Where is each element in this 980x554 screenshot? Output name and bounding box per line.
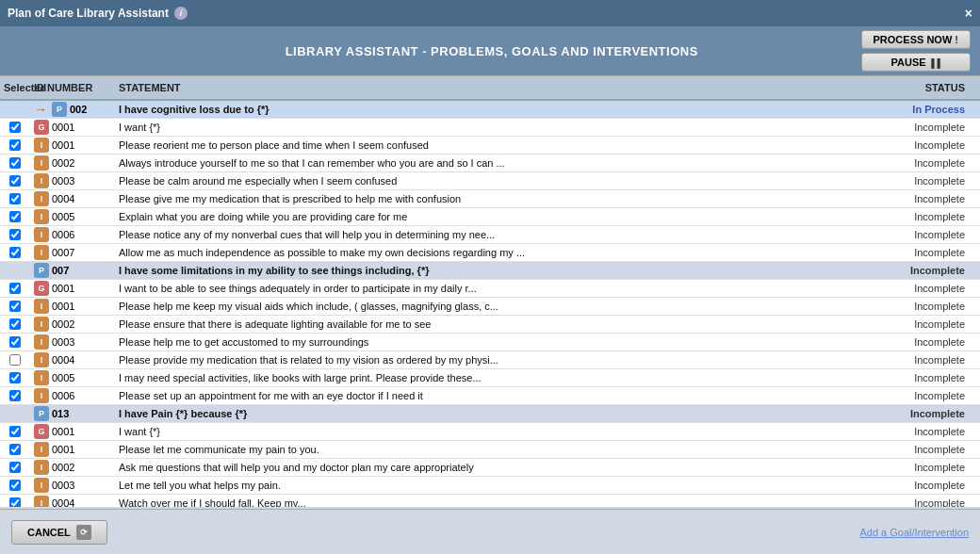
cell-check (0, 192, 30, 205)
cell-statement: I want to be able to see things adequate… (115, 282, 886, 295)
process-now-button[interactable]: PROCESS NOW (861, 30, 971, 49)
row-checkbox[interactable] (9, 193, 21, 204)
id-number: 0003 (52, 175, 74, 187)
cell-status: Incomplete (886, 174, 980, 187)
id-number: 002 (70, 104, 87, 115)
cell-check (0, 353, 30, 367)
row-checkbox[interactable] (9, 480, 21, 491)
row-checkbox[interactable] (9, 497, 21, 507)
add-goal-intervention-link[interactable]: Add a Goal/Intervention (859, 527, 969, 538)
cell-id: G0001 (30, 423, 115, 440)
row-checkbox[interactable] (9, 157, 21, 169)
cell-check (0, 335, 30, 349)
id-number: 0007 (52, 247, 74, 258)
cell-status: Incomplete (886, 461, 980, 474)
cell-statement: Please help me to get accustomed to my s… (115, 335, 886, 349)
cell-check (0, 121, 30, 134)
pause-button[interactable]: PAUSE (861, 53, 971, 72)
cell-id: I0002 (30, 316, 115, 333)
row-checkbox[interactable] (9, 229, 21, 240)
type-badge: P (52, 102, 67, 117)
cell-check (0, 210, 30, 223)
cell-check (0, 269, 30, 271)
id-number: 0002 (52, 462, 74, 473)
type-badge: G (34, 281, 49, 296)
cancel-label: CANCEL (27, 527, 71, 538)
table-row: G0001I want {*}Incomplete (0, 119, 980, 137)
title-bar: Plan of Care Library Assistant i × (0, 0, 980, 26)
cell-statement: Always introduce yourself to me so that … (115, 156, 886, 170)
cell-statement: Allow me as much independence as possibl… (115, 246, 886, 259)
close-button[interactable]: × (965, 6, 972, 21)
cell-status: Incomplete (886, 156, 980, 170)
id-number: 0004 (52, 354, 74, 366)
cell-statement: I may need special activities, like book… (115, 371, 886, 384)
cell-id: I0006 (30, 226, 115, 243)
cell-check (0, 282, 30, 295)
cell-check (0, 174, 30, 187)
col-statement: STATEMENT (115, 80, 886, 95)
row-checkbox[interactable] (9, 372, 21, 383)
table-row: I0002Please ensure that there is adequat… (0, 316, 980, 334)
row-checkbox[interactable] (9, 122, 21, 133)
window-title: Plan of Care Library Assistant (8, 7, 169, 20)
cell-status: Incomplete (886, 282, 980, 295)
header-title: LIBRARY ASSISTANT - PROBLEMS, GOALS AND … (122, 44, 861, 58)
cell-statement: Please give me my medication that is pre… (115, 192, 886, 205)
id-number: 0001 (52, 444, 74, 455)
cell-statement: I want {*} (115, 121, 886, 134)
info-icon[interactable]: i (174, 7, 188, 20)
cell-check (0, 497, 30, 507)
cancel-button[interactable]: CANCEL ⟳ (11, 520, 107, 545)
cell-id: I0001 (30, 298, 115, 315)
cell-status: Incomplete (886, 228, 980, 241)
row-checkbox[interactable] (9, 336, 21, 348)
row-checkbox[interactable] (9, 354, 21, 366)
id-number: 0001 (52, 122, 74, 133)
type-badge: I (34, 209, 49, 224)
row-checkbox[interactable] (9, 390, 21, 401)
col-status: STATUS (886, 80, 980, 95)
type-badge: I (34, 245, 49, 260)
cell-status: Incomplete (886, 138, 980, 152)
cell-statement: Please reorient me to person place and t… (115, 138, 886, 152)
cell-status: Incomplete (886, 479, 980, 492)
cell-statement: Please let me communicate my pain to you… (115, 443, 886, 456)
cell-id: I0003 (30, 172, 115, 189)
header-actions: LIBRARY ASSISTANT - PROBLEMS, GOALS AND … (0, 26, 980, 75)
row-checkbox[interactable] (9, 175, 21, 187)
cancel-icon: ⟳ (76, 525, 91, 540)
cell-status: Incomplete (886, 300, 980, 313)
type-badge: P (34, 406, 49, 421)
row-checkbox[interactable] (9, 426, 21, 437)
id-number: 0003 (52, 336, 74, 348)
cell-id: I0006 (30, 387, 115, 404)
row-checkbox[interactable] (9, 444, 21, 455)
cell-check (0, 461, 30, 474)
row-checkbox[interactable] (9, 462, 21, 473)
row-checkbox[interactable] (9, 318, 21, 330)
row-checkbox[interactable] (9, 301, 21, 312)
type-badge: I (34, 370, 49, 385)
row-checkbox[interactable] (9, 283, 21, 294)
id-number: 0001 (52, 426, 74, 437)
cell-statement: Let me tell you what helps my pain. (115, 479, 886, 492)
cell-status: Incomplete (886, 407, 980, 420)
cell-id: I0001 (30, 137, 115, 154)
row-checkbox[interactable] (9, 247, 21, 258)
type-badge: I (34, 388, 49, 403)
table-row: I0005I may need special activities, like… (0, 369, 980, 387)
table-row: I0004Watch over me if I should fall. Kee… (0, 495, 980, 507)
table-row: P007I have some limitations in my abilit… (0, 262, 980, 280)
table-row: G0001I want to be able to see things ade… (0, 280, 980, 298)
cell-check (0, 443, 30, 456)
row-checkbox[interactable] (9, 139, 21, 151)
table-row: I0001Please reorient me to person place … (0, 137, 980, 155)
table-row: I0002Always introduce yourself to me so … (0, 155, 980, 172)
cell-id: I0004 (30, 190, 115, 207)
cell-id: G0001 (30, 280, 115, 297)
cell-status: Incomplete (886, 210, 980, 223)
cell-statement: I have some limitations in my ability to… (115, 264, 886, 277)
id-number: 0001 (52, 139, 74, 151)
row-checkbox[interactable] (9, 211, 21, 222)
